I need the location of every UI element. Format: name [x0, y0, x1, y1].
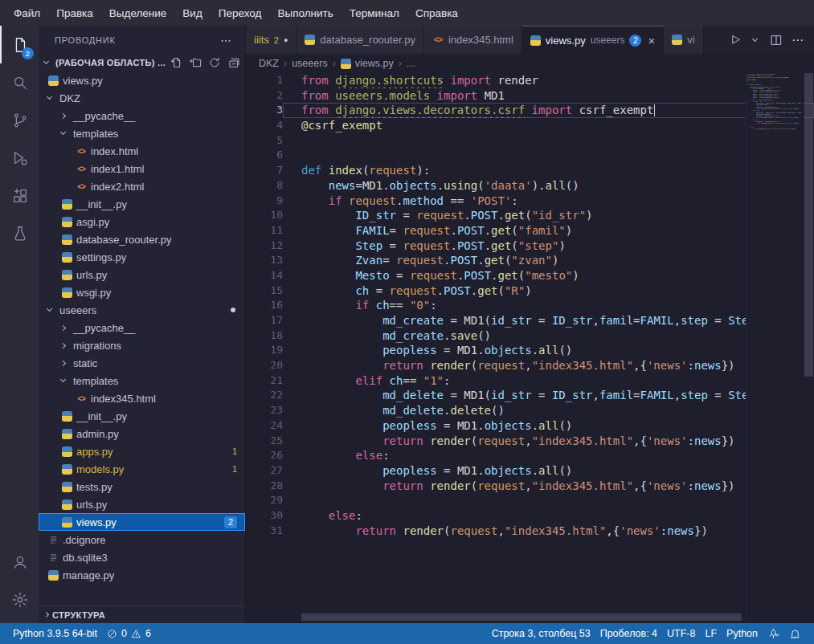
status-rocket[interactable] [763, 628, 784, 640]
more-actions-icon[interactable]: ⋯ [792, 33, 804, 47]
activity-account[interactable] [0, 543, 39, 581]
workspace-section-header[interactable]: (РАБОЧАЯ ОБЛАСТЬ) ... [39, 54, 245, 71]
line-number[interactable]: 31 [246, 524, 283, 539]
tree-item-pycache[interactable]: __pycache__ [39, 107, 245, 124]
tree-item-urls-py[interactable]: urls.py [39, 495, 245, 513]
tree-item-wsgi-py[interactable]: wsgi.py [39, 283, 245, 301]
code-text[interactable]: if request.method == 'POST': [283, 194, 814, 209]
tree-item-useeers[interactable]: useeers [39, 301, 245, 319]
code-text[interactable]: news=MD1.objects.using('daata').all() [283, 178, 814, 194]
tab-database-roouter-py[interactable]: database_roouter.py [297, 26, 424, 54]
explorer-more-actions-icon[interactable]: ⋯ [220, 34, 232, 47]
tree-item-index-html[interactable]: index.html [39, 142, 245, 160]
tree-item-views-py[interactable]: views.py2 [39, 513, 245, 531]
tree-item-index345-html[interactable]: index345.html [39, 389, 245, 407]
close-icon[interactable]: × [648, 34, 655, 47]
menu-help[interactable]: Справка [408, 4, 465, 22]
tree-item-asgi-py[interactable]: asgi.py [39, 213, 245, 230]
line-number[interactable]: 17 [246, 313, 283, 328]
code-text[interactable] [283, 493, 814, 508]
status-language[interactable]: Python [722, 628, 763, 639]
code-text[interactable]: return render(request,"index345.html",{'… [283, 524, 814, 539]
tree-item-init-py[interactable]: __init__.py [39, 407, 245, 425]
split-editor-button[interactable] [770, 34, 783, 47]
tab-views-py[interactable]: views.pyuseeers2× [522, 26, 664, 54]
line-number[interactable]: 9 [246, 194, 283, 209]
code-text[interactable]: md_create.save() [283, 328, 814, 344]
minimap[interactable]: from django.shortcuts import renderfrom … [746, 73, 804, 623]
line-number[interactable]: 23 [246, 403, 283, 418]
line-number[interactable]: 19 [246, 343, 283, 358]
code-text[interactable]: FAMIL= request.POST.get("famil") [283, 223, 814, 238]
line-number[interactable]: 25 [246, 434, 283, 449]
breadcrumb-item-views-py[interactable]: views.py [341, 58, 394, 69]
new-folder-button[interactable] [189, 56, 202, 69]
line-number[interactable]: 16 [246, 298, 283, 313]
tree-item-database-roouter-py[interactable]: database_roouter.py [39, 230, 245, 248]
horizontal-scrollbar-thumb[interactable] [301, 613, 742, 621]
tree-item-init-py[interactable]: __init__.py [39, 195, 245, 213]
code-text[interactable]: def index(request): [283, 163, 814, 178]
vertical-scrollbar-thumb[interactable] [804, 73, 813, 377]
activity-extensions[interactable] [0, 177, 39, 214]
line-number[interactable]: 8 [246, 178, 283, 194]
line-number[interactable]: 12 [246, 238, 283, 254]
line-number[interactable]: 2 [246, 88, 283, 104]
tree-item-index1-html[interactable]: index1.html [39, 160, 245, 177]
line-number[interactable]: 7 [246, 163, 283, 178]
line-number[interactable]: 15 [246, 283, 283, 299]
activity-settings[interactable] [0, 581, 39, 618]
code-text[interactable]: elif ch== "1": [283, 373, 814, 389]
menu-view[interactable]: Вид [175, 4, 209, 22]
menu-edit[interactable]: Правка [49, 4, 100, 22]
tree-item-migrations[interactable]: migrations [39, 336, 245, 354]
status-indentation[interactable]: Пробелов: 4 [595, 628, 662, 639]
code-text[interactable]: peopless = MD1.objects.all() [283, 418, 814, 434]
code-text[interactable]: @csrf_exempt [283, 118, 814, 133]
code-text[interactable]: md_delete.delete() [283, 403, 814, 418]
tree-item-admin-py[interactable]: admin.py [39, 425, 245, 442]
tree-item-manage-py[interactable]: manage.py [39, 566, 245, 584]
line-number[interactable]: 20 [246, 358, 283, 373]
code-text[interactable]: peopless = MD1.objects.all() [283, 343, 814, 358]
activity-search[interactable] [0, 63, 39, 101]
code-text[interactable]: peopless = MD1.objects.all() [283, 463, 814, 479]
activity-source-control[interactable] [0, 101, 39, 139]
line-number[interactable]: 10 [246, 208, 283, 223]
line-number[interactable]: 5 [246, 133, 283, 149]
tree-item-dkz[interactable]: DKZ [39, 89, 245, 107]
menu-selection[interactable]: Выделение [102, 4, 174, 22]
tree-item-dcignore[interactable]: .dcignore [39, 531, 245, 548]
refresh-button[interactable] [208, 56, 221, 69]
tree-item-pycache[interactable]: __pycache__ [39, 319, 245, 336]
status-python-version[interactable]: Python 3.9.5 64-bit [8, 628, 102, 639]
tree-item-static[interactable]: static [39, 354, 245, 372]
code-text[interactable]: from django.views.decorators.csrf import… [283, 103, 814, 118]
line-number[interactable]: 22 [246, 388, 283, 403]
run-dropdown-chevron-icon[interactable] [752, 35, 758, 41]
line-number[interactable]: 4 [246, 118, 283, 133]
breadcrumb-item-dkz[interactable]: DKZ [259, 58, 279, 69]
line-number[interactable]: 14 [246, 268, 283, 283]
tab-vi[interactable]: vi [664, 26, 703, 54]
run-button[interactable] [730, 34, 742, 46]
code-text[interactable]: return render(request,"index345.html",{'… [283, 434, 814, 449]
line-number[interactable]: 18 [246, 328, 283, 344]
tree-item-settings-py[interactable]: settings.py [39, 248, 245, 266]
status-eol[interactable]: LF [700, 628, 722, 639]
code-text[interactable]: else: [283, 448, 814, 463]
code-text[interactable]: ID_str = request.POST.get("id_str") [283, 208, 814, 223]
tab-iiits[interactable]: iiits2● [246, 26, 297, 54]
menu-run[interactable]: Выполнить [270, 4, 340, 22]
code-text[interactable]: Mesto = request.POST.get("mesto") [283, 268, 814, 283]
line-number[interactable]: 13 [246, 253, 283, 268]
line-number[interactable]: 30 [246, 508, 283, 524]
line-number[interactable]: 11 [246, 223, 283, 238]
tree-item-views-py[interactable]: views.py [39, 71, 245, 89]
code-text[interactable]: md_create = MD1(id_str = ID_str,famil=FA… [283, 313, 814, 328]
line-number[interactable]: 6 [246, 148, 283, 163]
tree-item-db-sqlite3[interactable]: db.sqlite3 [39, 548, 245, 566]
new-file-button[interactable] [170, 56, 182, 69]
tree-item-apps-py[interactable]: apps.py1 [39, 442, 245, 460]
line-number[interactable]: 1 [246, 73, 283, 88]
